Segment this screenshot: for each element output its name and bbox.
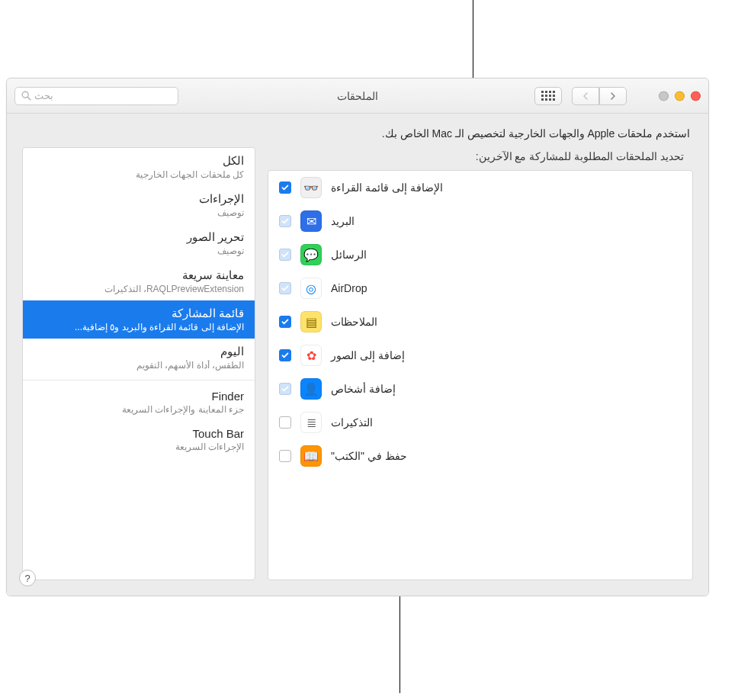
sidebar-item-title: الكل	[30, 154, 244, 168]
reminders-icon: ≣	[300, 412, 322, 433]
sidebar-item-subtitle: توصيف	[30, 207, 244, 218]
extension-checkbox[interactable]	[279, 349, 291, 361]
svg-line-1	[27, 97, 30, 100]
sidebar-item-1[interactable]: الإجراءاتتوصيف	[23, 186, 255, 224]
extension-checkbox	[279, 282, 291, 294]
extension-checkbox	[279, 215, 291, 227]
sidebar-item-title: Touch Bar	[30, 427, 244, 440]
detail-panel: تحديد الملحقات المطلوبة للمشاركة مع الآخ…	[268, 147, 693, 580]
extension-checkbox[interactable]	[279, 450, 291, 462]
extension-row-7: ≣التذكيرات	[268, 406, 692, 439]
sidebar-separator	[23, 380, 255, 381]
extension-row-0: 👓الإضافة إلى قائمة القراءة	[268, 171, 692, 204]
sidebar-item-title: تحرير الصور	[30, 230, 244, 244]
extension-checkbox	[279, 383, 291, 395]
sidebar-item-0[interactable]: الكلكل ملحقات الجهات الخارجية	[23, 148, 255, 186]
sidebar-item-subtitle: الإجراءات السريعة	[30, 442, 244, 452]
extension-label: AirDrop	[331, 282, 367, 294]
sidebar-item-7[interactable]: Touch Barالإجراءات السريعة	[23, 421, 255, 458]
preferences-window: الملحقات بحث استخدم ملحقات Apple والجهات…	[6, 78, 709, 596]
sidebar-item-5[interactable]: اليومالطقس، أداة الأسهم، التقويم	[23, 339, 255, 377]
books-icon: 📖	[300, 445, 322, 467]
photos-icon: ✿	[300, 345, 322, 366]
help-button[interactable]: ?	[19, 570, 36, 586]
extension-row-2: 💬الرسائل	[268, 238, 692, 271]
sidebar-item-title: اليوم	[30, 345, 244, 358]
search-icon	[21, 91, 31, 101]
extension-label: الإضافة إلى قائمة القراءة	[331, 181, 443, 194]
extension-label: التذكيرات	[331, 416, 373, 429]
extension-label: حفظ في "الكتب"	[331, 450, 407, 462]
search-field[interactable]: بحث	[14, 87, 178, 105]
extension-row-5: ✿إضافة إلى الصور	[268, 339, 692, 372]
sidebar-item-subtitle: كل ملحقات الجهات الخارجية	[30, 169, 244, 180]
extensions-list: 👓الإضافة إلى قائمة القراءة✉︎البريد💬الرسا…	[268, 170, 693, 580]
glasses-icon: 👓	[300, 177, 322, 198]
sidebar-item-2[interactable]: تحرير الصورتوصيف	[23, 224, 255, 262]
sidebar-item-title: الإجراءات	[30, 192, 244, 206]
sidebar-item-title: معاينة سريعة	[30, 268, 244, 282]
extension-label: الرسائل	[331, 249, 367, 261]
people-icon: 👤	[300, 378, 322, 400]
extension-label: إضافة أشخاص	[331, 383, 396, 395]
sidebar-item-subtitle: الإضافة إلى قائمة القراءة والبريد و٥ إضا…	[30, 322, 244, 332]
titlebar: الملحقات بحث	[7, 79, 708, 114]
extension-row-1: ✉︎البريد	[268, 204, 692, 238]
extension-checkbox[interactable]	[279, 416, 291, 429]
sidebar-item-subtitle: الطقس، أداة الأسهم، التقويم	[30, 360, 244, 371]
extension-checkbox[interactable]	[279, 181, 291, 194]
sidebar-item-subtitle: توصيف	[30, 246, 244, 256]
sidebar-item-6[interactable]: Finderجزء المعاينة والإجراءات السريعة	[23, 384, 255, 421]
notes-icon: ▤	[300, 311, 322, 332]
extension-label: إضافة إلى الصور	[331, 349, 405, 361]
mail-icon: ✉︎	[300, 210, 322, 232]
search-placeholder: بحث	[34, 90, 53, 101]
extension-checkbox[interactable]	[279, 316, 291, 328]
intro-text: استخدم ملحقات Apple والجهات الخارجية لتخ…	[7, 114, 708, 147]
extension-label: الملاحظات	[331, 316, 377, 328]
sidebar-item-title: Finder	[30, 390, 244, 403]
extension-row-3: ◎AirDrop	[268, 271, 692, 305]
sidebar-item-3[interactable]: معاينة سريعةRAQLPreviewExtension، التذكي…	[23, 262, 255, 300]
sidebar-item-subtitle: جزء المعاينة والإجراءات السريعة	[30, 404, 244, 415]
sidebar-item-title: قائمة المشاركة	[30, 307, 244, 320]
window-body: استخدم ملحقات Apple والجهات الخارجية لتخ…	[7, 114, 708, 596]
extension-row-4: ▤الملاحظات	[268, 305, 692, 339]
extension-row-6: 👤إضافة أشخاص	[268, 372, 692, 406]
detail-heading: تحديد الملحقات المطلوبة للمشاركة مع الآخ…	[268, 147, 693, 170]
extension-label: البريد	[331, 215, 355, 227]
sidebar-item-subtitle: RAQLPreviewExtension، التذكيرات	[30, 284, 244, 294]
extension-row-8: 📖حفظ في "الكتب"	[268, 439, 692, 473]
airdrop-icon: ◎	[300, 278, 322, 299]
extension-checkbox	[279, 249, 291, 261]
messages-icon: 💬	[300, 244, 322, 265]
sidebar-item-4[interactable]: قائمة المشاركةالإضافة إلى قائمة القراءة …	[23, 300, 255, 339]
category-sidebar: الكلكل ملحقات الجهات الخارجيةالإجراءاتتو…	[22, 147, 255, 580]
